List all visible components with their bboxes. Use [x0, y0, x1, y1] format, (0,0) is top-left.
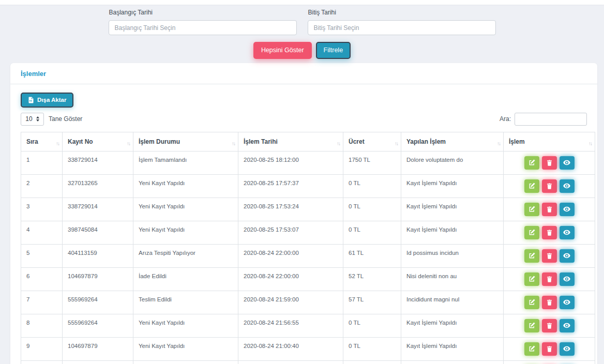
cell-yapilan: Kayıt İşlemi Yapıldı	[401, 337, 504, 360]
start-date-input[interactable]	[109, 20, 297, 35]
column-header-2[interactable]: İşlem Durumu↑↓	[133, 132, 238, 151]
table-row: 9104697879Yeni Kayıt Yapıldı2020-08-24 2…	[21, 337, 595, 360]
eye-icon	[563, 299, 570, 305]
card-title: İşlemler	[21, 70, 46, 78]
cell-ucret: 0 TL	[343, 198, 401, 221]
search-input[interactable]	[515, 113, 587, 126]
delete-button[interactable]	[542, 179, 557, 193]
column-header-3[interactable]: İşlem Tarihi↑↓	[238, 132, 343, 151]
delete-button[interactable]	[542, 156, 557, 170]
row-actions	[507, 203, 592, 216]
cell-sira: 8	[21, 314, 63, 337]
column-header-1[interactable]: Kayıt No↑↓	[63, 132, 133, 151]
sort-icon: ↑↓	[497, 141, 500, 146]
export-button[interactable]: Dışa Aktar	[21, 93, 73, 108]
edit-button[interactable]	[524, 319, 539, 332]
view-button[interactable]	[560, 226, 575, 239]
column-header-0[interactable]: Sıra↑↓	[21, 132, 63, 151]
cell-tarih: 2020-08-25 17:57:37	[238, 174, 343, 198]
cell-tarih: 2020-08-24 21:00:40	[238, 337, 343, 360]
row-actions	[507, 319, 592, 332]
edit-button[interactable]	[524, 179, 539, 193]
eye-icon	[563, 206, 570, 212]
cell-durum: Yeni Kayıt Yapıldı	[133, 314, 238, 337]
sort-icon: ↑↓	[56, 141, 59, 146]
column-header-4[interactable]: Ücret↑↓	[343, 132, 401, 151]
table-row: 3338729014Yeni Kayıt Yapıldı2020-08-25 1…	[21, 198, 595, 221]
delete-button[interactable]	[542, 226, 557, 239]
edit-icon	[528, 299, 535, 306]
start-date-label: Başlangıç Tarihi	[109, 9, 297, 16]
cell-yapilan: Kayıt İşlemi Yapıldı	[401, 360, 504, 364]
select-stepper-icon	[36, 116, 39, 122]
view-button[interactable]	[560, 249, 575, 263]
cell-ucret: 57 TL	[343, 291, 401, 314]
filter-buttons-row: Hepsini Göster Filtrele	[0, 42, 604, 59]
delete-button[interactable]	[542, 272, 557, 286]
cell-durum: Yeni Kayıt Yapıldı	[133, 198, 238, 221]
sort-icon: ↑↓	[337, 141, 340, 146]
trash-icon	[547, 230, 552, 236]
cell-ucret: 0 TL	[343, 174, 401, 198]
cell-durum: Yeni Kayıt Yapıldı	[133, 337, 238, 360]
table-row: 7555969264Teslim Edildi2020-08-24 21:59:…	[21, 291, 595, 314]
cell-tarih: 2020-08-24 22:00:00	[238, 244, 343, 267]
edit-icon	[528, 276, 535, 282]
cell-kayit_no: 104697879	[63, 267, 133, 291]
view-button[interactable]	[560, 179, 575, 193]
cell-yapilan: Kayıt İşlemi Yapıldı	[401, 221, 504, 244]
edit-button[interactable]	[524, 342, 539, 356]
edit-button[interactable]	[524, 203, 539, 216]
cell-sira: 9	[21, 337, 63, 360]
view-button[interactable]	[560, 156, 575, 170]
cell-tarih: 2020-08-24 22:00:00	[238, 267, 343, 291]
trash-icon	[547, 253, 552, 259]
delete-button[interactable]	[542, 203, 557, 216]
cell-ucret: 0 TL	[343, 314, 401, 337]
file-export-icon	[28, 97, 34, 103]
cell-tarih: 2020-08-24 21:56:55	[238, 314, 343, 337]
delete-button[interactable]	[542, 296, 557, 309]
page-size-select[interactable]: 10	[21, 113, 44, 126]
cell-tarih: 2020-08-24 21:59:00	[238, 291, 343, 314]
cell-ucret: 0 TL	[343, 221, 401, 244]
delete-button[interactable]	[542, 342, 557, 356]
cell-tarih: 2020-08-25 17:53:24	[238, 198, 343, 221]
trash-icon	[547, 206, 552, 213]
edit-button[interactable]	[524, 226, 539, 239]
edit-button[interactable]	[524, 272, 539, 286]
sort-icon: ↑↓	[127, 141, 130, 146]
row-actions	[507, 179, 592, 193]
view-button[interactable]	[560, 296, 575, 309]
view-button[interactable]	[560, 272, 575, 286]
column-header-5[interactable]: Yapılan İşlem↑↓	[401, 132, 504, 151]
cell-actions	[504, 198, 595, 221]
start-date-group: Başlangıç Tarihi	[109, 8, 297, 35]
edit-button[interactable]	[524, 296, 539, 309]
trash-icon	[547, 346, 552, 352]
edit-button[interactable]	[524, 156, 539, 170]
cell-sira: 4	[21, 221, 63, 244]
edit-button[interactable]	[524, 249, 539, 263]
cell-sira: 7	[21, 291, 63, 314]
delete-button[interactable]	[542, 249, 557, 263]
view-button[interactable]	[560, 319, 575, 332]
view-button[interactable]	[560, 203, 575, 216]
edit-icon	[528, 206, 535, 213]
show-all-button[interactable]: Hepsini Göster	[253, 42, 312, 59]
table-row: 6104697879İade Edildi2020-08-24 22:00:00…	[21, 267, 595, 291]
column-header-6[interactable]: İşlem↑↓	[504, 132, 595, 151]
delete-button[interactable]	[542, 319, 557, 332]
end-date-input[interactable]	[308, 20, 496, 35]
eye-icon	[563, 160, 570, 165]
cell-kayit_no: 555969264	[63, 314, 133, 337]
cell-actions	[504, 151, 595, 174]
cell-kayit_no: 327013265	[63, 174, 133, 198]
cell-sira: 6	[21, 267, 63, 291]
row-actions	[507, 272, 592, 286]
cell-yapilan: Dolore voluptatem do	[401, 151, 504, 174]
cell-sira: 5	[21, 244, 63, 267]
filter-button[interactable]: Filtrele	[316, 42, 351, 59]
view-button[interactable]	[560, 342, 575, 356]
cell-actions	[504, 267, 595, 291]
